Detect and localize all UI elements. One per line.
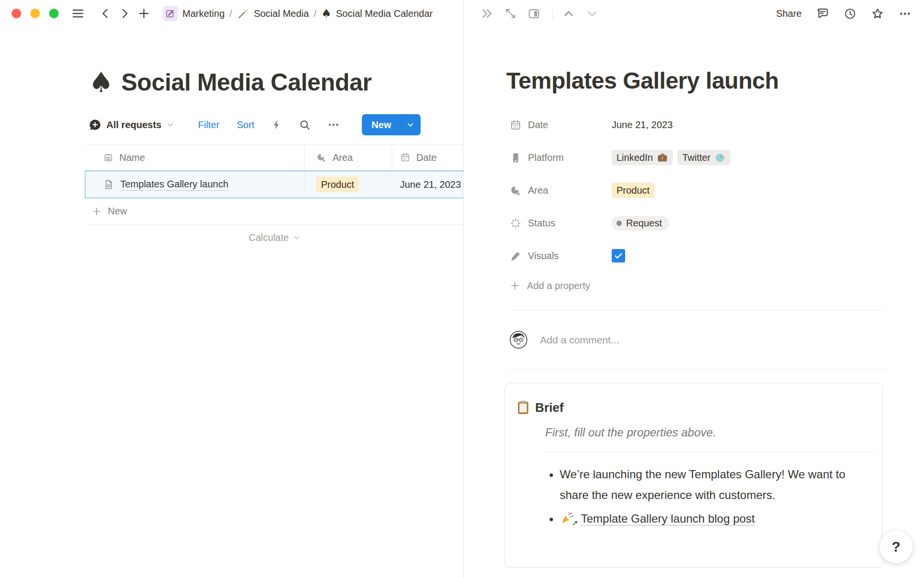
expand-page-icon[interactable]: [504, 7, 517, 20]
search-icon[interactable]: [299, 119, 311, 131]
side-peek-mode-icon[interactable]: [527, 7, 540, 20]
property-label-text: Platform: [528, 152, 564, 163]
calendar-icon: [510, 119, 522, 131]
breadcrumb-item-social-media[interactable]: Social Media: [237, 7, 309, 20]
brief-page-link[interactable]: Template Gallery launch blog post: [581, 512, 755, 525]
record-title[interactable]: Templates Gallery launch: [506, 67, 924, 94]
side-peek-header: Share: [464, 0, 924, 27]
sort-button[interactable]: Sort: [237, 119, 255, 131]
calculate-button[interactable]: Calculate: [86, 224, 464, 250]
property-label-text: Date: [528, 119, 548, 131]
view-tab-all-requests[interactable]: All requests: [89, 118, 175, 131]
property-label-status[interactable]: Status: [510, 217, 612, 229]
breadcrumb-item-social-media-calendar[interactable]: ♠ Social Media Calendar: [321, 8, 433, 19]
breadcrumb-label: Marketing: [182, 8, 225, 19]
chevron-down-icon: [166, 120, 175, 129]
divider: [545, 452, 874, 452]
brief-heading[interactable]: Brief: [515, 400, 874, 415]
new-record-button[interactable]: New: [362, 114, 421, 135]
marketing-page-icon: [163, 6, 178, 21]
clipboard-emoji: [515, 400, 531, 415]
visuals-checkbox-checked[interactable]: [612, 249, 625, 263]
window-close-button[interactable]: [12, 9, 21, 18]
table-new-row-label: New: [108, 206, 127, 217]
page-mention-arrow-icon: ↗: [572, 520, 578, 527]
brief-bullet-text: We’re launching the new Templates Galler…: [560, 468, 846, 501]
comments-icon[interactable]: [816, 7, 829, 20]
property-row-visuals: Visuals: [510, 239, 924, 272]
property-label-visuals[interactable]: Visuals: [510, 250, 612, 262]
row-title-link[interactable]: Templates Gallery launch: [120, 179, 229, 191]
property-row-area: Area Product: [510, 174, 924, 207]
view-toolbar: All requests Filter Sort New: [89, 114, 421, 136]
page-title[interactable]: Social Media Calendar: [121, 68, 372, 96]
property-value-platform[interactable]: LinkedIn Twitter: [612, 150, 731, 165]
row-date-value: June 21, 2023: [400, 179, 461, 190]
close-peek-double-chevron-icon[interactable]: [480, 7, 494, 20]
property-label-date[interactable]: Date: [510, 119, 612, 131]
breadcrumb-separator: /: [230, 8, 232, 19]
plus-icon: [91, 206, 102, 217]
property-label-text: Area: [528, 185, 548, 196]
favorite-star-icon[interactable]: [871, 7, 884, 20]
column-header-area[interactable]: Area: [305, 145, 392, 170]
previous-record-chevron-up-icon[interactable]: [562, 7, 575, 20]
share-button[interactable]: Share: [776, 8, 802, 19]
spade-page-icon: ♠: [321, 8, 332, 19]
area-tag[interactable]: Product: [316, 177, 359, 192]
user-avatar[interactable]: [510, 331, 527, 349]
nav-back-icon[interactable]: [99, 7, 112, 20]
row-area-cell[interactable]: Product: [305, 171, 392, 197]
divider: [510, 369, 885, 369]
property-value-visuals: [612, 249, 625, 263]
property-value-date[interactable]: June 21, 2023: [612, 119, 673, 131]
help-button[interactable]: ?: [879, 530, 913, 564]
mobile-phone-icon: [510, 152, 522, 164]
briefcase-emoji: [657, 152, 668, 163]
updates-clock-icon[interactable]: [844, 7, 857, 20]
platform-tag-linkedin[interactable]: LinkedIn: [612, 150, 673, 165]
side-peek-panel: Share Templates Gallery launch Date: [463, 0, 924, 578]
page-file-icon: [103, 179, 115, 190]
calculate-label: Calculate: [249, 232, 289, 243]
breadcrumb-label: Social Media Calendar: [336, 8, 433, 19]
comment-input[interactable]: Add a comment...: [540, 334, 924, 346]
new-button-dropdown-icon[interactable]: [400, 120, 421, 129]
property-value-area[interactable]: Product: [612, 183, 654, 198]
window-zoom-button[interactable]: [49, 9, 59, 18]
view-options-ellipsis-icon[interactable]: [327, 118, 340, 131]
tag-label: Twitter: [682, 151, 711, 164]
comment-composer: Add a comment...: [510, 311, 924, 369]
title-property-icon: [103, 152, 114, 163]
brief-title: Brief: [535, 400, 564, 415]
filter-button[interactable]: Filter: [198, 119, 219, 131]
new-tab-plus-icon[interactable]: [138, 7, 150, 20]
nav-forward-icon[interactable]: [118, 7, 131, 20]
property-label-platform[interactable]: Platform: [510, 152, 612, 164]
property-label-area[interactable]: Area: [510, 184, 612, 197]
party-popper-emoji: ↗: [560, 511, 576, 525]
automations-bolt-icon[interactable]: [271, 119, 282, 131]
row-name-cell[interactable]: Templates Gallery launch: [86, 171, 305, 197]
platform-tag-twitter[interactable]: Twitter: [678, 150, 731, 165]
column-header-label: Area: [333, 152, 353, 163]
next-record-chevron-down-icon[interactable]: [586, 7, 599, 20]
more-ellipsis-icon[interactable]: [898, 7, 911, 20]
property-value-status[interactable]: Request: [612, 216, 669, 231]
brief-bullet: We’re launching the new Templates Galler…: [560, 464, 853, 505]
brief-bullet-list: We’re launching the new Templates Galler…: [545, 464, 853, 529]
area-tag[interactable]: Product: [612, 183, 654, 198]
breadcrumb-item-marketing[interactable]: Marketing: [163, 6, 225, 21]
shapes-icon: [510, 184, 522, 197]
add-property-button[interactable]: Add a property: [510, 272, 702, 299]
status-tag[interactable]: Request: [612, 216, 669, 231]
property-label-text: Status: [528, 218, 555, 229]
sidebar-toggle-icon[interactable]: [71, 7, 85, 20]
column-header-name[interactable]: Name: [86, 145, 305, 170]
property-list: Date June 21, 2023 Platform LinkedIn: [510, 108, 924, 272]
window-minimize-button[interactable]: [30, 9, 40, 18]
page-spade-icon[interactable]: ♠: [89, 68, 114, 96]
breadcrumb-separator: /: [314, 8, 317, 19]
plus-icon: [510, 280, 520, 291]
property-row-status: Status Request: [510, 207, 924, 239]
